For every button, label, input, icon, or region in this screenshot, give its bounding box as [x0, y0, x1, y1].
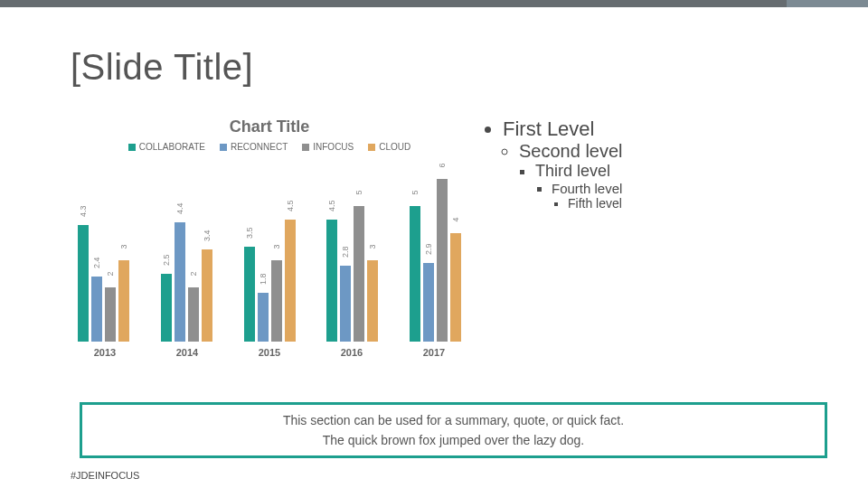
bar-wrap: 4.4 — [175, 204, 185, 342]
chart-xaxis: 20132014201520162017 — [71, 342, 468, 358]
bar — [188, 287, 199, 342]
bar — [423, 263, 434, 342]
bar-wrap: 2.5 — [161, 256, 172, 342]
bar-wrap: 2 — [105, 269, 116, 342]
bar-value-label: 4.5 — [286, 201, 295, 211]
bar — [202, 249, 212, 342]
bar-wrap: 2.4 — [91, 258, 102, 342]
bar-wrap: 4.5 — [285, 202, 296, 342]
bar-value-label: 5 — [410, 187, 420, 198]
bar-value-label: 2.4 — [92, 258, 101, 268]
bullet-level-3: Third level Fourth level Fifth level — [535, 162, 797, 211]
bar — [271, 260, 282, 342]
content-area: Chart Title COLLABORATERECONNECTINFOCUSC… — [71, 117, 797, 389]
bar-wrap: 2.9 — [423, 245, 434, 342]
bar — [244, 247, 255, 342]
bar — [326, 220, 337, 342]
slide-title: [Slide Title] — [71, 47, 253, 88]
bar — [354, 206, 364, 342]
xaxis-tick: 2016 — [325, 347, 379, 358]
bar-value-label: 4.3 — [79, 206, 88, 217]
xaxis-tick: 2013 — [78, 347, 132, 358]
bar — [340, 266, 351, 342]
text-panel: First Level Second level Third level Fou… — [486, 117, 797, 389]
bar-value-label: 5 — [354, 187, 363, 198]
xaxis-tick: 2014 — [160, 347, 214, 358]
bar-value-label: 2.8 — [341, 247, 350, 258]
legend-item: RECONNECT — [220, 142, 288, 152]
bar — [175, 222, 185, 342]
xaxis-tick: 2017 — [407, 347, 461, 358]
bar-value-label: 4.4 — [175, 203, 184, 214]
bar-group: 4.32.423 — [78, 207, 129, 342]
top-accent-bar — [0, 0, 868, 7]
chart-panel: Chart Title COLLABORATERECONNECTINFOCUSC… — [71, 117, 468, 389]
legend-item: INFOCUS — [302, 142, 354, 152]
bar-wrap: 6 — [437, 161, 448, 342]
legend-swatch — [128, 144, 136, 151]
legend-label: INFOCUS — [313, 142, 354, 152]
bar-value-label: 2.9 — [424, 244, 433, 255]
xaxis-tick: 2015 — [242, 347, 297, 358]
bar-wrap: 3 — [118, 242, 129, 342]
legend-swatch — [302, 144, 309, 151]
bullet-text: Second level — [519, 141, 623, 161]
bar-wrap: 1.8 — [258, 275, 269, 342]
top-accent-corner — [787, 0, 868, 7]
bar-wrap: 3 — [367, 242, 378, 342]
bar-value-label: 2.5 — [162, 255, 171, 266]
bullet-level-5: Fifth level — [568, 196, 797, 211]
bar-wrap: 2.8 — [340, 248, 351, 342]
bar — [78, 225, 89, 342]
legend-label: CLOUD — [379, 142, 410, 152]
slide: [Slide Title] Chart Title COLLABORATEREC… — [0, 0, 868, 488]
chart-legend: COLLABORATERECONNECTINFOCUSCLOUD — [71, 142, 468, 152]
summary-box: This section can be used for a summary, … — [80, 402, 827, 458]
bar-group: 3.51.834.5 — [244, 202, 296, 342]
bar-value-label: 4.5 — [327, 201, 336, 211]
legend-item: CLOUD — [368, 142, 410, 152]
summary-line: This section can be used for a summary, … — [283, 410, 624, 430]
bar-wrap: 3.5 — [244, 229, 255, 342]
bar-value-label: 3.4 — [203, 230, 212, 241]
bar-group: 52.964 — [410, 161, 461, 342]
bullet-text: Fourth level — [552, 181, 622, 196]
bullet-level-1: First Level Second level Third level Fou… — [503, 117, 797, 211]
bar-value-label: 3 — [119, 241, 128, 252]
bar-wrap: 5 — [410, 188, 420, 342]
bar-wrap: 5 — [354, 188, 364, 342]
legend-label: COLLABORATE — [139, 142, 205, 152]
bar-value-label: 1.8 — [259, 274, 268, 285]
bar-group: 4.52.853 — [326, 188, 378, 342]
legend-item: COLLABORATE — [128, 142, 205, 152]
chart-title: Chart Title — [71, 117, 468, 136]
bar — [437, 179, 448, 342]
bar — [91, 277, 102, 342]
bar — [367, 260, 378, 342]
bar — [161, 274, 172, 342]
bar-group: 2.54.423.4 — [161, 204, 212, 342]
bullet-text: Third level — [535, 162, 610, 180]
hashtag: #JDEINFOCUS — [71, 470, 139, 481]
legend-label: RECONNECT — [231, 142, 288, 152]
bar — [118, 260, 129, 342]
bar-value-label: 3 — [272, 241, 281, 252]
legend-swatch — [220, 144, 227, 151]
bar-value-label: 4 — [451, 214, 460, 225]
bar — [105, 287, 116, 342]
bar-wrap: 2 — [188, 269, 199, 342]
bar-wrap: 4.5 — [326, 202, 337, 342]
bar — [450, 233, 461, 342]
bar-value-label: 2 — [106, 268, 115, 279]
bullet-level-4: Fourth level Fifth level — [552, 181, 797, 211]
bar — [410, 206, 420, 342]
bar-value-label: 2 — [189, 268, 198, 279]
bar-wrap: 3.4 — [202, 231, 212, 342]
bar — [258, 293, 269, 342]
legend-swatch — [368, 144, 375, 151]
bar-wrap: 3 — [271, 242, 282, 342]
bar-value-label: 3 — [368, 241, 377, 252]
bar-value-label: 6 — [438, 160, 447, 171]
bar-value-label: 3.5 — [245, 228, 254, 239]
bullet-text: Fifth level — [568, 196, 622, 211]
